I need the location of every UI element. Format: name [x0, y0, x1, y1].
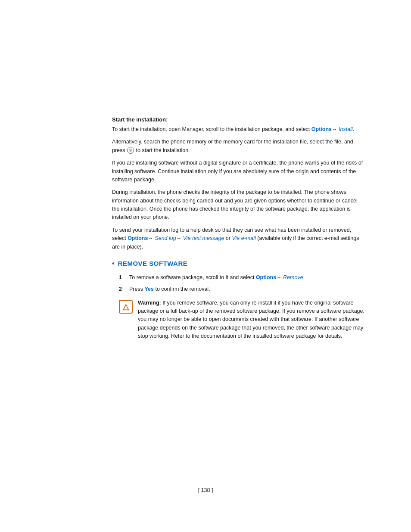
- paragraph-5: To send your installation log to a help …: [112, 226, 366, 251]
- para5-arrow2: →: [176, 235, 183, 241]
- page-number-area: [ 138 ]: [0, 487, 411, 493]
- content-area: Start the installation: To start the ins…: [112, 116, 366, 346]
- remove-software-heading: • REMOVE SOFTWARE: [112, 260, 366, 268]
- paragraph-1: To start the installation, open Manager,…: [112, 125, 366, 134]
- step2-text-before: Press: [129, 286, 144, 292]
- para5-arrow1: →: [148, 235, 155, 241]
- paragraph-3: If you are installing software without a…: [112, 159, 366, 184]
- yes-link[interactable]: Yes: [144, 286, 154, 292]
- step1-text-before: To remove a software package, scroll to …: [129, 274, 256, 280]
- step-2: 2 Press Yes to confirm the removal.: [119, 285, 366, 293]
- numbered-list: 1 To remove a software package, scroll t…: [119, 274, 366, 294]
- step1-period: .: [303, 274, 305, 280]
- step-2-number: 2: [119, 285, 125, 293]
- warning-icon: △: [119, 300, 133, 314]
- step-1-text: To remove a software package, scroll to …: [129, 274, 305, 282]
- warning-label: Warning:: [138, 300, 161, 306]
- remove-software-title: REMOVE SOFTWARE: [118, 260, 188, 267]
- install-link[interactable]: Install: [339, 126, 353, 132]
- warning-triangle-icon: △: [123, 302, 129, 311]
- remove-software-section: • REMOVE SOFTWARE 1 To remove a software…: [112, 260, 366, 341]
- para2-text-after: to start the installation.: [134, 147, 190, 153]
- warning-body: If you remove software, you can only re-…: [138, 300, 364, 339]
- step1-arrow: →: [276, 274, 283, 280]
- warning-text: Warning: If you remove software, you can…: [138, 299, 366, 341]
- options-link-2[interactable]: Options: [128, 235, 148, 241]
- para1-arrow: →: [332, 126, 339, 132]
- step-2-text: Press Yes to confirm the removal.: [129, 285, 210, 293]
- joystick-icon: ◎: [127, 147, 134, 154]
- step-1-number: 1: [119, 274, 125, 282]
- paragraph-2: Alternatively, search the phone memory o…: [112, 138, 366, 155]
- step2-text-after: to confirm the removal.: [154, 286, 210, 292]
- via-text-link[interactable]: Via text message: [183, 235, 224, 241]
- send-log-link[interactable]: Send log: [155, 235, 176, 241]
- via-email-link[interactable]: Via e-mail: [232, 235, 255, 241]
- para1-text-before: To start the installation, open Manager,…: [112, 126, 311, 132]
- step-1: 1 To remove a software package, scroll t…: [119, 274, 366, 282]
- para1-period: .: [353, 126, 354, 132]
- para5-text-middle: or: [224, 235, 232, 241]
- section-bullet: •: [112, 260, 115, 268]
- page-number: [ 138 ]: [198, 487, 213, 493]
- warning-box: △ Warning: If you remove software, you c…: [119, 299, 366, 341]
- options-link-3[interactable]: Options: [256, 274, 276, 280]
- start-installation-heading: Start the installation:: [112, 116, 366, 123]
- page: Start the installation: To start the ins…: [0, 0, 411, 532]
- options-link-1[interactable]: Options: [311, 126, 332, 132]
- remove-link[interactable]: Remove: [283, 274, 303, 280]
- paragraph-4: During installation, the phone checks th…: [112, 188, 366, 222]
